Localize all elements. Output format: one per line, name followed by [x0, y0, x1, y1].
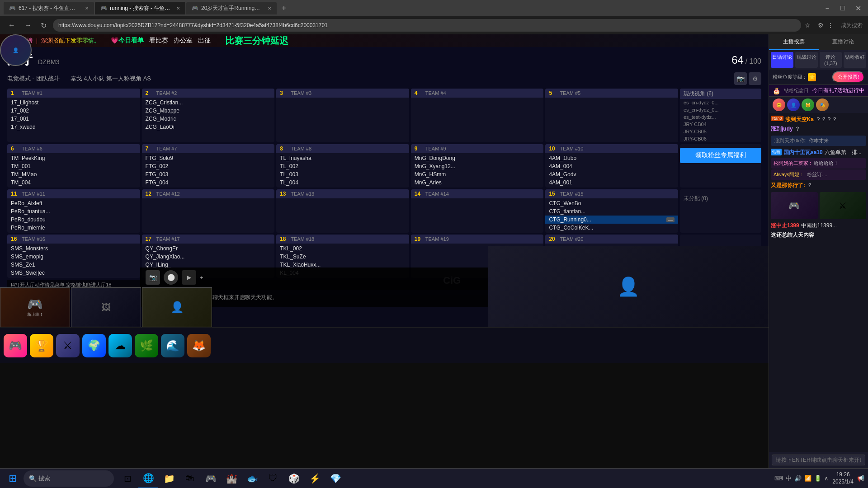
taskbar-app-steam[interactable]: 🎲: [284, 469, 304, 488]
forward-button[interactable]: →: [22, 19, 34, 31]
sidebar-tabs: 主播投票 直播讨论: [769, 34, 868, 50]
media-icon-8[interactable]: 🦊: [187, 334, 211, 357]
control-btn-1[interactable]: 📷: [146, 270, 160, 285]
keyboard-icon[interactable]: ⌨: [774, 475, 783, 482]
star-icon: ⭐: [808, 73, 816, 81]
fans-label: 粉丝鱼度等级 :: [773, 74, 805, 80]
anniversary-icon: 🎂: [773, 87, 780, 94]
taskbar-app-store[interactable]: 🛍: [180, 469, 200, 488]
fans-section: 粉丝鱼度等级 : ⭐ 公开投票!: [769, 70, 868, 85]
promo-2[interactable]: ⚔: [820, 192, 867, 219]
tab-main-vote[interactable]: 主播投票: [769, 34, 819, 50]
top-banner: 🌟 感谢榜 | 深渊搭配下发零零情。 💗今日看单 看比赛 办公室 出征 比赛三分…: [0, 34, 769, 47]
tab-3-close[interactable]: ✕: [268, 6, 271, 11]
media-bar: 🎮 🏆 ⚔ 🌍 ☁ 🌿 🌊 🦊: [0, 327, 769, 363]
search-hint: 成为搜索: [841, 22, 863, 29]
language-indicator[interactable]: 中: [786, 474, 792, 483]
tab-3[interactable]: 🎮 20岁天才宣手Running直播... ✕: [186, 2, 277, 14]
media-icon-5[interactable]: ☁: [108, 334, 132, 357]
taskbar-app-game1[interactable]: 🎮: [201, 469, 221, 488]
back-button[interactable]: ←: [5, 19, 18, 31]
promo-1[interactable]: 🎮: [771, 192, 818, 219]
network-icon[interactable]: 📶: [804, 475, 811, 482]
battery-icon[interactable]: 🔋: [814, 475, 821, 482]
taskbar-app-browser[interactable]: 🌐: [138, 469, 158, 488]
tab-live-discuss[interactable]: 直播讨论: [819, 34, 868, 50]
user-avatar-4[interactable]: 🎭: [816, 99, 829, 111]
control-plus[interactable]: +: [200, 274, 203, 281]
menu-button[interactable]: ⋮: [827, 22, 834, 29]
fan-benefit-button[interactable]: 领取粉丝专属福利: [680, 148, 761, 163]
tab-1-close[interactable]: ✕: [85, 6, 89, 11]
notification-area[interactable]: 📢: [857, 475, 864, 482]
new-tab-button[interactable]: +: [278, 2, 290, 14]
media-icon-4[interactable]: 🌍: [82, 334, 106, 357]
thumbnail-2[interactable]: 🖼: [71, 287, 141, 327]
chat-msg-6: 这还总结人天内容: [771, 230, 866, 240]
taskbar-app-1[interactable]: ⊡: [118, 469, 137, 488]
control-btn-3[interactable]: ▶: [182, 270, 196, 285]
tab-2-close[interactable]: ✕: [176, 6, 180, 11]
match-delay-text: 比赛三分钟延迟: [225, 35, 288, 47]
team-14: 14 TEAM #14: [411, 189, 544, 233]
settings-icon-btn[interactable]: ⚙: [749, 72, 761, 85]
address-input[interactable]: [53, 19, 801, 32]
bottom-thumbnails: 🎮 新上线！ 🖼 👤: [0, 287, 212, 327]
sub-tab-spectate[interactable]: 观战讨论: [795, 52, 818, 68]
gift-msg-1: 松阿妈的二菜家 : 哈哈哈哈！: [771, 158, 866, 169]
lobby-count: 64: [731, 54, 744, 66]
taskbar-search[interactable]: 🔍 搜索: [24, 470, 114, 487]
media-icon-6[interactable]: 🌿: [135, 334, 158, 357]
reload-button[interactable]: ↻: [38, 19, 49, 32]
follow-button[interactable]: 公开投票!: [832, 71, 864, 83]
user-avatar-3[interactable]: 🐱: [802, 99, 814, 111]
lobby-info-bar: 电竞模式 - 团队战斗 泰戈 4人小队 第一人称视角 AS 📷 ⚙: [7, 72, 761, 85]
media-icon-1[interactable]: 🎮: [4, 334, 27, 357]
control-btn-2[interactable]: ⚪: [164, 270, 178, 285]
close-button[interactable]: ✕: [852, 2, 864, 14]
media-icon-2[interactable]: 🏆: [30, 334, 53, 357]
camera-icon-btn[interactable]: 📷: [734, 72, 747, 85]
chat-msg-4: 又是那你行了: ？: [771, 181, 866, 190]
taskbar-app-shield[interactable]: 🛡: [263, 469, 283, 488]
tab-1[interactable]: 🎮 617 - 搜索赛 - 斗鱼直播 - 游戏... ✕: [4, 2, 94, 14]
minimize-button[interactable]: －: [821, 2, 834, 14]
media-icon-3[interactable]: ⚔: [56, 334, 80, 357]
taskbar-app-files[interactable]: 📁: [159, 469, 179, 488]
taskbar-app-fish[interactable]: 🐟: [242, 469, 262, 488]
taskbar-clock[interactable]: 19:26 2025/1/4: [832, 471, 854, 485]
sub-tab-daily[interactable]: 日话讨论: [771, 52, 793, 68]
team-16: 16 TEAM #16 SMS_Monsters SMS_emopig SMS_…: [7, 235, 140, 278]
restore-button[interactable]: □: [836, 2, 849, 14]
sub-tab-fans[interactable]: 钻粉收好: [844, 52, 866, 68]
bookmark-button[interactable]: ☆: [805, 22, 811, 29]
teams-grid-row3: 11 TEAM #11 PeRo_Aixleft PeRo_tuantua...…: [7, 189, 761, 233]
taskbar-app-extra2[interactable]: 💎: [326, 469, 345, 488]
thumbnail-1[interactable]: 🎮 新上线！: [0, 287, 70, 327]
promo-images: 🎮 ⚔: [771, 192, 866, 219]
tab-2[interactable]: 🎮 running - 搜索赛 - 斗鱼直播 - 斗鱼直播... ✕: [95, 2, 185, 14]
team-12: 12 TEAM #12: [142, 189, 275, 233]
anniversary-banner[interactable]: 🎂 钻粉纪念日 今日有礼7活动进行中: [769, 85, 868, 97]
chat-input[interactable]: [772, 455, 865, 465]
extensions-button[interactable]: ⚙: [818, 22, 824, 29]
teams-grid-row2: 6 TEAM #6 TM_PeekKing TM_001 TM_MMao TM_…: [7, 144, 761, 188]
stream-area: 🌟 感谢榜 | 深渊搭配下发零零情。 💗今日看单 看比赛 办公室 出征 比赛三分…: [0, 34, 769, 468]
user-avatars-row: 😊 👤 🐱 🎭: [769, 97, 868, 113]
team-9: 9 TEAM #9 MnG_DongDong MnG_Xyang12... Mn…: [411, 144, 544, 188]
media-icon-7[interactable]: 🌊: [161, 334, 184, 357]
chat-input-area: [769, 452, 868, 468]
user-avatar-1[interactable]: 😊: [773, 99, 785, 111]
up-arrow-icon[interactable]: ∧: [824, 475, 829, 482]
volume-icon[interactable]: 🔊: [794, 475, 802, 482]
chat-msg-1: Ran0 涨到天空Ka ？？？？: [771, 115, 866, 124]
sub-tab-reviews[interactable]: 评论(1,37): [820, 52, 842, 68]
user-avatar-2[interactable]: 👤: [787, 99, 800, 111]
start-button[interactable]: ⊞: [4, 469, 22, 488]
taskbar-app-game2[interactable]: 🏰: [222, 469, 241, 488]
taskbar-app-extra1[interactable]: ⚡: [305, 469, 325, 488]
unassigned-section: 未分配 (0): [680, 189, 761, 233]
team-11: 11 TEAM #11 PeRo_Aixleft PeRo_tuantua...…: [7, 189, 140, 233]
thumbnail-3[interactable]: 👤: [142, 287, 212, 327]
taskbar-right: ⌨ 中 🔊 📶 🔋 ∧ 19:26 2025/1/4 📢: [774, 471, 864, 485]
